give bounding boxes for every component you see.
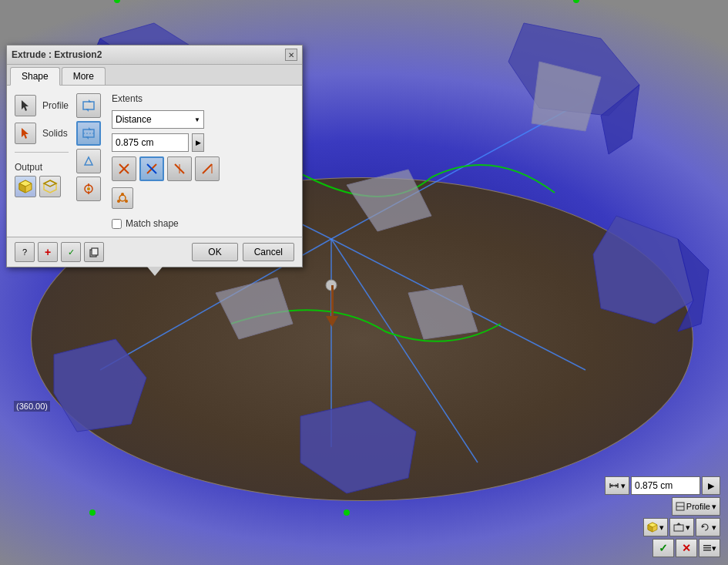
dialog-close-button[interactable]: ✕ [285,49,297,61]
dropdown-value: Distance [116,114,152,125]
solids-label: Solids [42,128,68,139]
svg-point-21 [573,0,579,3]
dialog-columns: Profile Solids Output [15,93,294,229]
toolbar-distance-input[interactable] [631,476,700,495]
svg-point-52 [125,200,128,203]
toolbar-export-button[interactable]: ▾ [669,518,694,536]
3d-viewport: (360.00) Extrude : Extrusion2 ✕ Shape Mo… [0,0,728,565]
toolbar-ok-cancel-row: ✓ ✕ ▾ [653,539,720,557]
svg-point-20 [114,0,120,3]
dialog-tabs: Shape More [7,65,302,86]
toolbar-distance-icon[interactable]: ▾ [605,476,629,495]
footer-left-buttons: ? + ✓ [15,242,104,262]
svg-rect-70 [703,547,711,549]
taper-button[interactable] [76,149,101,173]
cancel-button[interactable]: Cancel [243,243,294,261]
solids-row: Solids [15,121,69,146]
profile-cursor-icon [18,99,32,113]
distance-value-row: ▶ [112,133,294,152]
add-button[interactable]: + [38,242,58,262]
match-shape-row: Match shape [112,218,294,229]
toolbar-cube-button[interactable]: ▾ [643,518,668,536]
dialog-title: Extrude : Extrusion2 [12,49,102,60]
dir-icon-3[interactable] [167,156,192,181]
svg-point-51 [121,193,124,196]
toolbar-distance-row: ▾ ▶ [605,476,720,495]
footer-right-buttons: OK Cancel [192,243,294,261]
svg-point-39 [87,187,90,190]
center-buttons [76,93,101,229]
svg-point-50 [119,195,126,201]
flip-symmetric-button[interactable] [76,121,101,146]
svg-marker-15 [532,62,601,131]
dialog-titlebar: Extrude : Extrusion2 ✕ [7,45,302,65]
extents-label: Extents [112,93,294,104]
flip-direction-button[interactable] [76,93,101,118]
dir-icon-4[interactable] [195,156,220,181]
dialog-body: Profile Solids Output [7,86,302,237]
svg-marker-25 [22,128,29,139]
surface-icon [42,179,58,194]
direction-arrow [327,285,337,331]
advanced-icon-row [112,186,294,210]
output-label: Output [15,162,69,173]
svg-marker-68 [702,525,705,528]
separator [15,152,69,153]
svg-rect-71 [703,550,711,551]
output-icons [15,176,69,197]
output-section: Output [15,159,69,197]
copy-button[interactable] [84,242,104,262]
profile-row: Profile [15,93,69,118]
direction-icons-row [112,156,294,181]
profile-label: Profile [42,100,69,111]
output-surface-button[interactable] [39,176,61,197]
toolbar-ok-button[interactable]: ✓ [653,539,674,557]
dir-icon-1[interactable] [112,156,136,181]
svg-marker-24 [22,100,29,111]
toolbar-menu-button[interactable]: ▾ [699,539,720,557]
ok-button[interactable]: OK [192,243,237,261]
distance-increment-button[interactable]: ▶ [192,133,204,152]
tab-more[interactable]: More [62,67,106,85]
distance-input[interactable] [112,133,189,152]
toolbar-distance-arrow[interactable]: ▶ [702,476,720,495]
check-button[interactable]: ✓ [61,242,81,262]
svg-rect-69 [703,545,711,547]
tab-shape[interactable]: Shape [10,67,60,86]
svg-marker-67 [676,523,681,525]
svg-marker-9 [601,85,639,154]
solids-icon-button[interactable] [15,123,36,144]
toolbar-rotate-button[interactable]: ▾ [696,518,720,536]
extents-dropdown[interactable]: Distance ▼ [112,110,204,129]
toolbar-profile-button[interactable]: Profile ▾ [672,497,720,516]
svg-point-22 [344,510,350,516]
right-column: Extents Distance ▼ ▶ [112,93,294,229]
toolbar-profile-row: Profile ▾ [672,497,720,516]
toolbar-icons-row: ▾ ▾ ▾ [643,518,720,536]
svg-point-23 [89,510,96,516]
svg-point-53 [117,200,120,203]
match-shape-checkbox[interactable] [112,219,122,229]
svg-marker-8 [508,23,639,116]
solids-cursor-icon [18,126,32,140]
svg-line-48 [203,164,212,173]
angle-label: (360.00) [14,401,50,412]
svg-rect-55 [92,248,98,255]
output-solid-button[interactable] [15,176,36,197]
dir-icon-2[interactable] [139,156,164,181]
solid-cube-icon [18,179,33,194]
match-shape-label: Match shape [126,218,179,229]
profile-icon-button[interactable] [15,95,36,116]
bottom-right-toolbar: ▾ ▶ Profile ▾ [605,476,720,557]
svg-marker-30 [44,180,56,187]
svg-rect-66 [674,525,683,531]
dropdown-arrow-icon: ▼ [194,116,200,123]
add-feature-button[interactable] [76,177,101,201]
advanced-options-button[interactable] [112,187,133,209]
svg-rect-31 [83,102,94,109]
toolbar-cancel-button[interactable]: ✕ [676,539,697,557]
dialog-footer: ? + ✓ OK Cancel [7,237,302,267]
svg-rect-34 [83,129,94,137]
left-column: Profile Solids Output [15,93,69,229]
help-button[interactable]: ? [15,242,35,262]
